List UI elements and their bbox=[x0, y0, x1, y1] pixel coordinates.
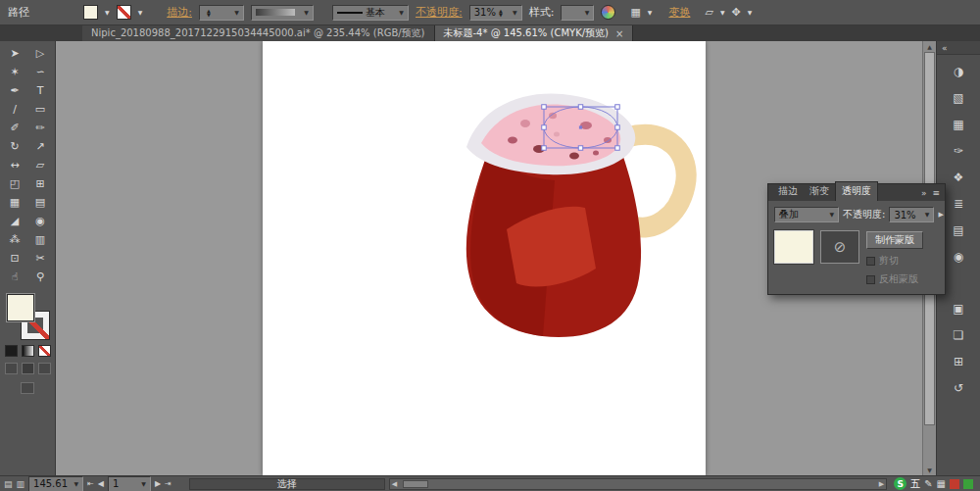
artboard-next-button[interactable]: ▶ bbox=[155, 479, 161, 488]
brushes-panel-icon[interactable]: ✑ bbox=[947, 142, 970, 159]
pen-tray-icon[interactable]: ✎ bbox=[924, 478, 932, 489]
draw-inside-button[interactable] bbox=[38, 363, 51, 374]
tool-column-graph[interactable]: ▥ bbox=[27, 230, 53, 249]
tool-mesh[interactable]: ▦ bbox=[2, 193, 27, 212]
artboard[interactable] bbox=[263, 41, 706, 475]
tool-pen[interactable]: ✒ bbox=[2, 81, 27, 100]
document-tab-nipic[interactable]: Nipic_20180988_2017122915034445000.ai* @… bbox=[82, 25, 435, 41]
scroll-right-icon[interactable]: ▶ bbox=[879, 480, 884, 488]
keyboard-tray-icon[interactable]: ▦ bbox=[937, 478, 946, 489]
opacity-spinner[interactable]: ▲ ▼ bbox=[499, 9, 503, 17]
artboard-first-button[interactable]: ⇤ bbox=[87, 479, 94, 488]
fill-indicator[interactable] bbox=[7, 294, 34, 321]
tool-magic-wand[interactable]: ✶ bbox=[2, 63, 27, 81]
layers-panel-icon[interactable]: ❏ bbox=[947, 326, 970, 343]
horizontal-scrollbar-thumb[interactable] bbox=[403, 480, 428, 488]
color-panel-icon[interactable]: ◑ bbox=[947, 63, 970, 79]
artboard-number-select[interactable]: 1 ▼ bbox=[108, 476, 151, 491]
tool-pencil[interactable]: ✏ bbox=[27, 119, 53, 137]
document-tab-untitled4[interactable]: 未标题-4* @ 145.61% (CMYK/预览) × bbox=[435, 25, 634, 41]
spinner-down-icon[interactable]: ▼ bbox=[499, 13, 503, 17]
stroke-link[interactable]: 描边: bbox=[167, 5, 192, 20]
object-thumbnail[interactable] bbox=[774, 230, 813, 264]
scroll-left-icon[interactable]: ◀ bbox=[392, 480, 397, 488]
brush-select[interactable]: 基本 ▼ bbox=[332, 5, 409, 21]
tool-artboard[interactable]: ⊡ bbox=[2, 249, 27, 268]
blend-mode-select[interactable]: 叠加 ▼ bbox=[774, 207, 839, 222]
tool-direct-selection[interactable]: ▷ bbox=[27, 44, 53, 63]
selection-center-point[interactable] bbox=[579, 125, 582, 128]
style-select[interactable]: ▼ bbox=[561, 5, 594, 21]
tool-blend[interactable]: ◉ bbox=[27, 212, 53, 230]
tool-zoom[interactable]: ⚲ bbox=[27, 268, 53, 286]
tool-symbol-sprayer[interactable]: ⁂ bbox=[2, 230, 27, 249]
panel-menu-icon[interactable]: ≡ bbox=[932, 188, 940, 198]
chevron-down-icon[interactable]: ▼ bbox=[399, 10, 404, 16]
history-panel-icon[interactable]: ↺ bbox=[947, 379, 970, 396]
appearance-panel-icon[interactable]: ◉ bbox=[947, 248, 970, 265]
tool-free-transform[interactable]: ▱ bbox=[27, 156, 53, 174]
chevron-down-icon[interactable]: ▼ bbox=[304, 10, 309, 16]
free-transform-icon[interactable]: ▱ bbox=[705, 7, 712, 18]
tool-eyedropper[interactable]: ◢ bbox=[2, 212, 27, 230]
gradient-button[interactable] bbox=[22, 345, 34, 357]
screen-mode-button[interactable] bbox=[21, 382, 34, 394]
pitcher[interactable] bbox=[466, 93, 686, 337]
tool-paintbrush[interactable]: ✐ bbox=[2, 119, 27, 137]
invert-mask-checkbox[interactable] bbox=[866, 275, 875, 284]
tool-rotate[interactable]: ↻ bbox=[2, 137, 27, 156]
artboard-prev-button[interactable]: ◀ bbox=[98, 479, 104, 488]
panel-opacity-select[interactable]: 31% ▼ bbox=[889, 207, 934, 222]
tool-slice[interactable]: ✂ bbox=[27, 249, 53, 268]
chevron-down-icon[interactable]: ▼ bbox=[925, 212, 930, 218]
tab-transparency[interactable]: 透明度 bbox=[835, 181, 878, 201]
chevron-down-icon[interactable]: ▼ bbox=[513, 10, 517, 16]
swatches-panel-icon[interactable]: ▦ bbox=[947, 116, 970, 132]
graphic-styles-panel-icon[interactable]: ▣ bbox=[947, 300, 970, 317]
zoom-select[interactable]: 145.61 ▼ bbox=[28, 476, 83, 491]
stroke-width-select[interactable]: ▲ ▼ ▼ bbox=[199, 5, 244, 21]
mask-thumbnail[interactable]: ⊘ bbox=[820, 230, 859, 264]
close-icon[interactable]: × bbox=[615, 28, 623, 39]
chevron-down-icon[interactable]: ▼ bbox=[105, 10, 110, 16]
chevron-down-icon[interactable]: ▼ bbox=[829, 212, 834, 218]
tool-lasso[interactable]: ∽ bbox=[27, 63, 53, 81]
chevron-down-icon[interactable]: ▼ bbox=[748, 10, 753, 16]
status-doc-icon[interactable]: ▤ bbox=[4, 479, 13, 489]
tool-selection[interactable]: ➤ bbox=[2, 44, 27, 63]
horizontal-scrollbar[interactable]: ◀ ▶ bbox=[389, 478, 887, 490]
shape-modes-icon[interactable]: ✥ bbox=[732, 7, 741, 18]
recolor-artwork-icon[interactable] bbox=[601, 5, 615, 20]
chevron-down-icon[interactable]: ▼ bbox=[138, 10, 143, 16]
symbols-panel-icon[interactable]: ❖ bbox=[947, 169, 970, 185]
transform-link[interactable]: 变换 bbox=[668, 5, 690, 20]
chevron-down-icon[interactable]: ▼ bbox=[720, 10, 725, 16]
opacity-link[interactable]: 不透明度: bbox=[416, 5, 463, 20]
tray-green-icon[interactable] bbox=[963, 479, 973, 489]
tray-red-icon[interactable] bbox=[950, 479, 959, 489]
spinner-down-icon[interactable]: ▼ bbox=[207, 13, 211, 17]
width-profile-select[interactable]: ▼ bbox=[251, 5, 314, 21]
color-button[interactable] bbox=[5, 345, 18, 357]
tool-hand[interactable]: ☝ bbox=[2, 268, 27, 286]
invert-mask-checkbox-row[interactable]: 反相蒙版 bbox=[866, 272, 923, 286]
opacity-select[interactable]: 31% ▲ ▼ ▼ bbox=[469, 5, 522, 21]
tool-width[interactable]: ↔ bbox=[2, 156, 27, 174]
draw-normal-button[interactable] bbox=[5, 363, 18, 374]
make-mask-button[interactable]: 制作蒙版 bbox=[866, 231, 923, 249]
tool-gradient[interactable]: ▤ bbox=[27, 193, 53, 212]
chevron-down-icon[interactable]: ▼ bbox=[234, 10, 239, 16]
expand-panels-icon[interactable]: « bbox=[942, 43, 948, 53]
none-button[interactable] bbox=[38, 345, 51, 357]
status-doc2-icon[interactable]: ▥ bbox=[17, 479, 25, 489]
stroke-panel-icon[interactable]: ≣ bbox=[947, 195, 970, 212]
chevron-down-icon[interactable]: ▼ bbox=[141, 481, 146, 487]
chevron-down-icon[interactable]: ▼ bbox=[585, 10, 590, 16]
tab-stroke[interactable]: 描边 bbox=[772, 182, 804, 201]
stroke-width-spinner[interactable]: ▲ ▼ bbox=[207, 9, 211, 17]
gradient-panel-icon[interactable]: ▤ bbox=[947, 221, 970, 238]
align-icon[interactable]: ▦ bbox=[630, 7, 640, 18]
clip-checkbox[interactable] bbox=[866, 257, 875, 266]
stroke-color-swatch[interactable] bbox=[117, 5, 131, 20]
draw-behind-button[interactable] bbox=[22, 363, 34, 374]
